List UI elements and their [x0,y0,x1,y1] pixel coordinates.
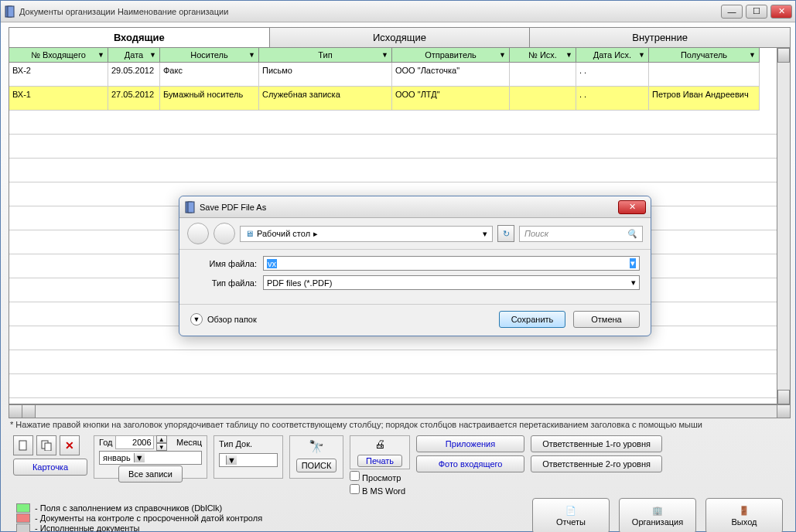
filename-input[interactable]: vx▾ [263,256,640,271]
back-button[interactable] [187,223,209,244]
document-icon [18,440,29,451]
chevron-down-icon: ▾ [631,278,636,288]
titlebar: Документы организации Наименование орган… [1,1,795,22]
copy-button[interactable] [36,435,56,455]
month-label: Месяц [176,438,202,447]
col-outnum[interactable]: № Исх.▼ [510,48,576,63]
binoculars-icon: 🔭 [309,439,324,454]
save-button[interactable]: Сохранить [499,311,565,328]
filename-label: Имя файла: [190,259,257,268]
year-up[interactable]: ▲ [156,435,167,443]
year-input[interactable] [115,435,154,449]
chevron-down-icon: ▾ [630,258,636,268]
minimize-button[interactable]: — [721,5,743,19]
forward-button[interactable] [214,223,235,244]
all-records-button[interactable]: Все записи [118,466,183,483]
doctype-label: Тип Док. [219,439,252,448]
close-button[interactable]: ✕ [770,5,792,19]
delete-button[interactable]: ✕ [60,435,80,455]
dialog-title: Save PDF File As [200,203,618,212]
report-icon: 📄 [565,506,576,516]
copy-icon [41,440,52,451]
swatch-gray [16,523,30,532]
col-number[interactable]: № Входящего▼ [9,48,108,63]
col-sender[interactable]: Отправитель▼ [392,48,510,63]
preview-checkbox[interactable]: Просмотр [350,471,410,483]
reports-button[interactable]: 📄Отчеты [532,498,610,532]
app-icon [4,5,16,18]
search-icon: 🔍 [627,229,637,239]
col-media[interactable]: Носитель▼ [160,48,259,63]
resp1-button[interactable]: Ответственные 1-го уровня [531,435,662,452]
svg-rect-6 [188,202,194,213]
swatch-red [16,513,30,523]
col-outdate[interactable]: Дата Исх.▼ [576,48,649,63]
exit-icon: 🚪 [739,506,750,516]
chevron-down-icon: ▼ [134,453,145,462]
resp2-button[interactable]: Ответственные 2-го уровня [531,455,662,472]
year-down[interactable]: ▼ [156,443,167,451]
browse-label[interactable]: Обзор папок [207,315,257,324]
org-button[interactable]: 🏢Организация [619,498,696,532]
doctype-panel: Тип Док. ▼ [214,435,283,479]
save-dialog: Save PDF File As ✕ 🖥 Рабочий стол ▸ ▾ ↻ … [179,196,651,336]
table-row[interactable]: ВХ-2 29.05.2012 Факс Письмо ООО "Ласточк… [9,63,777,87]
search-input[interactable]: Поиск 🔍 [519,226,643,242]
msword-checkbox[interactable]: В MS Word [350,484,410,496]
year-month-panel: Год ▲ ▼ Месяц январь▼ Все записи [94,435,207,479]
printer-icon: 🖨 [374,438,385,450]
search-panel: 🔭 ПОИСК [289,435,343,479]
chevron-down-icon: ▼ [226,455,237,465]
new-button[interactable] [13,435,33,455]
maximize-button[interactable]: ☐ [746,5,767,19]
photo-button[interactable]: Фото входящего [416,455,524,472]
year-label: Год [99,438,113,447]
refresh-button[interactable]: ↻ [497,225,514,242]
chevron-down-icon: ▼ [193,315,200,323]
tab-internal[interactable]: Внутренние [530,28,790,47]
card-button[interactable]: Карточка [13,459,87,476]
tab-incoming[interactable]: Входящие [9,28,270,47]
col-recipient[interactable]: Получатель▼ [649,48,760,63]
svg-rect-1 [8,6,14,17]
chevron-right-icon: ▸ [313,229,318,239]
hint-text: * Нажатие правой кнопки на заголовок упо… [9,418,791,432]
filetype-combo[interactable]: PDF files (*.PDF)▾ [263,275,640,290]
window-title: Документы организации Наименование орган… [19,7,721,16]
print-panel: 🖨 Печать [350,435,410,469]
exit-button[interactable]: 🚪Выход [705,498,783,532]
svg-rect-4 [45,443,51,451]
app-icon [184,201,196,213]
dialog-close-button[interactable]: ✕ [618,200,646,214]
cancel-button[interactable]: Отмена [573,311,640,328]
desktop-icon: 🖥 [245,229,254,238]
col-type[interactable]: Тип▼ [259,48,392,63]
print-button[interactable]: Печать [357,455,402,467]
doctype-combo[interactable]: ▼ [219,453,278,467]
search-button[interactable]: ПОИСК [296,459,337,472]
browse-toggle[interactable]: ▼ [190,313,203,326]
swatch-green [16,503,30,513]
table-row[interactable]: ВХ-1 27.05.2012 Бумажный носитель Служеб… [9,87,777,111]
horizontal-scrollbar[interactable] [9,405,791,418]
filetype-label: Тип файла: [190,278,257,288]
x-icon: ✕ [65,439,74,452]
tabs: Входящие Исходящие Внутренние [9,27,791,48]
main-window: Документы организации Наименование орган… [0,0,796,532]
attachments-button[interactable]: Приложения [416,435,524,452]
chevron-down-icon: ▾ [483,229,487,239]
refresh-icon: ↻ [503,229,510,239]
svg-rect-2 [19,441,26,450]
path-box[interactable]: 🖥 Рабочий стол ▸ ▾ [240,226,493,242]
col-date[interactable]: Дата▼ [108,48,160,63]
month-combo[interactable]: январь▼ [99,451,202,465]
tab-outgoing[interactable]: Исходящие [270,28,531,47]
org-icon: 🏢 [652,506,663,516]
vertical-scrollbar[interactable] [777,48,790,404]
